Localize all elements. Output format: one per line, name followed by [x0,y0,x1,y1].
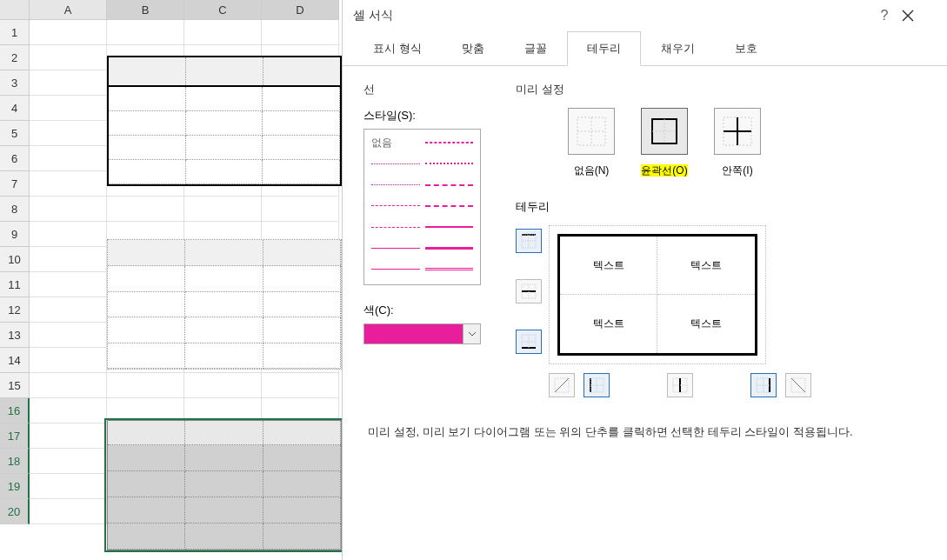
line-style-3[interactable] [425,157,474,170]
preview-cell-tr: 텍스트 [657,237,755,295]
row-header-2[interactable]: 2 [0,45,30,70]
dialog-titlebar: 셀 서식 ? [343,0,947,31]
dialog-tabs: 표시 형식 맞춤 글꼴 테두리 채우기 보호 [343,31,947,66]
border-hmiddle-button[interactable] [516,279,542,303]
tab-number-format[interactable]: 표시 형식 [353,31,442,66]
line-style-6[interactable] [371,200,420,212]
border-bottom-icon [521,334,537,350]
line-style-1[interactable] [425,137,474,149]
row-header-9[interactable]: 9 [0,222,30,247]
border-vmiddle-button[interactable] [667,373,693,397]
row-header-16[interactable]: 16 [0,398,30,423]
row-header-12[interactable]: 12 [0,297,30,323]
preset-none-label: 없음(N) [574,163,610,178]
row-header-4[interactable]: 4 [0,96,30,121]
row-header-3[interactable]: 3 [0,70,30,96]
preset-inside[interactable]: 안쪽(I) [714,108,761,178]
hint-text: 미리 설정, 미리 보기 다이어그램 또는 위의 단추를 클릭하면 선택한 테두… [368,423,926,442]
col-header-b[interactable]: B [107,0,184,20]
border-right-button[interactable] [750,373,777,397]
line-style-10[interactable] [371,242,420,254]
svg-line-23 [555,378,569,392]
border-vmiddle-icon [672,377,688,393]
preview-cell-br: 텍스트 [657,295,755,353]
color-picker[interactable] [363,323,481,344]
col-header-a[interactable]: A [30,0,107,20]
row-header-10[interactable]: 10 [0,247,30,272]
tab-border[interactable]: 테두리 [567,31,641,66]
border-left-icon [589,377,604,393]
close-button[interactable] [902,10,937,22]
line-style-none[interactable]: 없음 [371,137,420,149]
dialog-title: 셀 서식 [353,8,867,23]
border-hmiddle-icon [521,283,537,299]
row-header-1[interactable]: 1 [0,20,30,45]
row-header-5[interactable]: 5 [0,121,30,146]
line-style-13[interactable] [425,263,474,276]
row-headers: 1234567891011121314151617181920 [0,20,30,524]
line-group-label: 선 [363,82,490,97]
row-header-18[interactable]: 18 [0,449,30,474]
border-preview[interactable]: 텍스트 텍스트 텍스트 텍스트 [557,234,757,356]
svg-line-36 [791,378,805,392]
border-diag-up-button[interactable] [549,373,575,397]
preset-group-label: 미리 설정 [516,82,926,97]
format-cells-dialog: 셀 서식 ? 표시 형식 맞춤 글꼴 테두리 채우기 보호 선 스타일(S): … [342,0,947,560]
line-style-12[interactable] [371,263,420,276]
border-left-button[interactable] [584,373,610,397]
tab-protection[interactable]: 보호 [715,31,777,66]
border-diag-down-button[interactable] [785,373,811,397]
line-style-8[interactable] [371,221,420,233]
border-diag-up-icon [554,377,570,393]
spreadsheet: A B C D 1234567891011121314151617181920 [0,0,342,560]
row-header-19[interactable]: 19 [0,474,30,499]
row-header-20[interactable]: 20 [0,499,30,524]
preview-cell-tl: 텍스트 [560,237,657,295]
line-style-9[interactable] [425,221,474,233]
line-style-4[interactable] [371,179,420,191]
select-all-corner[interactable] [0,0,30,20]
preset-none[interactable]: 없음(N) [568,108,615,178]
line-style-picker: 없음 [363,129,481,285]
line-style-5[interactable] [425,179,474,191]
sample-table-3-selected [107,420,342,550]
color-swatch [364,324,463,343]
row-header-17[interactable]: 17 [0,423,30,449]
row-header-7[interactable]: 7 [0,171,30,197]
border-top-icon [521,233,537,249]
preset-inside-icon [722,116,753,147]
tab-font[interactable]: 글꼴 [504,31,567,66]
help-button[interactable]: ? [867,8,902,23]
preview-cell-bl: 텍스트 [560,295,657,353]
preset-outline[interactable]: 윤곽선(O) [641,108,688,178]
preset-none-icon [576,116,607,147]
tab-alignment[interactable]: 맞춤 [442,31,504,66]
row-header-6[interactable]: 6 [0,146,30,171]
row-header-14[interactable]: 14 [0,348,30,373]
preset-outline-icon [649,116,680,147]
border-section-label: 테두리 [516,199,926,215]
border-bottom-button[interactable] [516,330,542,354]
sample-table-2 [107,239,342,370]
col-header-c[interactable]: C [184,0,262,20]
border-top-button[interactable] [516,229,542,253]
row-header-8[interactable]: 8 [0,197,30,222]
chevron-down-icon [463,324,480,343]
style-label: 스타일(S): [363,108,490,123]
line-style-11[interactable] [425,242,474,254]
preset-inside-label: 안쪽(I) [722,163,752,178]
close-icon [902,10,914,22]
row-header-11[interactable]: 11 [0,272,30,297]
color-label: 색(C): [363,303,490,318]
col-header-d[interactable]: D [262,0,339,20]
row-header-15[interactable]: 15 [0,373,30,398]
border-right-icon [756,377,771,393]
border-diag-down-icon [790,377,806,393]
tab-fill[interactable]: 채우기 [641,31,715,66]
row-header-13[interactable]: 13 [0,323,30,348]
column-headers: A B C D [30,0,339,20]
preset-outline-label: 윤곽선(O) [641,163,687,178]
line-style-7[interactable] [425,200,474,212]
sample-table-1 [107,56,342,186]
line-style-2[interactable] [371,157,420,170]
